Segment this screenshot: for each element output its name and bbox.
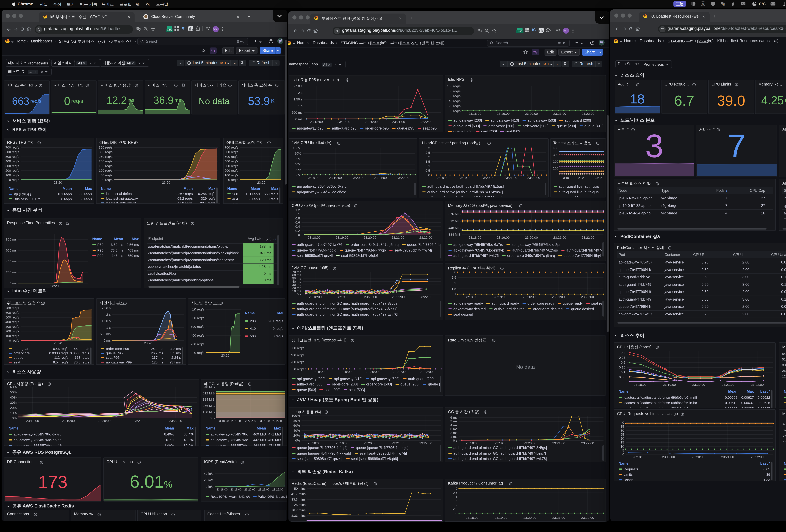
svg-text:23:21:00: 23:21:00: [391, 236, 404, 239]
svg-text:23:21:00: 23:21:00: [721, 455, 734, 459]
svg-text:23:18:00: 23:18:00: [468, 112, 481, 115]
svg-text:3: 3: [454, 270, 456, 274]
svg-text:23:19:00: 23:19:00: [662, 455, 675, 459]
svg-text:400: 400: [553, 146, 558, 150]
svg-text:23:19:00: 23:19:00: [494, 441, 507, 445]
svg-text:23:20:00: 23:20:00: [364, 295, 377, 299]
svg-text:23:22: 23:22: [595, 177, 602, 180]
svg-text:700 req/s: 700 req/s: [225, 145, 238, 149]
svg-text:128 MiB: 128 MiB: [782, 374, 786, 378]
svg-text:G: G: [478, 29, 480, 31]
svg-text:200: 200: [553, 160, 558, 163]
svg-text:0.15: 0.15: [619, 366, 625, 369]
svg-text:0.2: 0.2: [295, 229, 300, 232]
svg-text:60 req/s: 60 req/s: [449, 94, 461, 98]
svg-text:25 mins: 25 mins: [294, 503, 305, 506]
svg-text:200 ms: 200 ms: [6, 270, 17, 274]
svg-text:23:22:00: 23:22:00: [581, 441, 594, 445]
svg-text:3: 3: [428, 146, 430, 150]
svg-text:640 MiB: 640 MiB: [203, 385, 215, 389]
svg-text:50 req/s: 50 req/s: [100, 173, 113, 177]
svg-text:500 ms: 500 ms: [292, 111, 302, 114]
svg-text:20%: 20%: [10, 406, 17, 410]
svg-text:23:21:00: 23:21:00: [504, 176, 517, 180]
svg-text:100: 100: [553, 166, 558, 170]
svg-text:23:22:00: 23:22:00: [751, 383, 764, 387]
svg-text:40 req/s: 40 req/s: [449, 99, 461, 103]
svg-text:N: N: [702, 2, 704, 6]
svg-text:384 MiB: 384 MiB: [448, 233, 461, 236]
svg-text:400 req/s: 400 req/s: [290, 353, 304, 357]
svg-text:50 mins: 50 mins: [294, 487, 305, 490]
svg-text:1 s: 1 s: [106, 326, 111, 329]
svg-text:23:20:00: 23:20:00: [524, 441, 536, 445]
svg-text:23:18:00: 23:18:00: [633, 383, 646, 387]
svg-text:-2.5: -2.5: [452, 507, 458, 511]
svg-text:-3: -3: [455, 511, 458, 515]
svg-text:60%: 60%: [293, 424, 300, 427]
svg-text:2 s: 2 s: [106, 313, 111, 316]
svg-text:16 GiB: 16 GiB: [783, 440, 786, 444]
svg-text:200 req/s: 200 req/s: [5, 168, 19, 172]
svg-text:0 req/s: 0 req/s: [228, 178, 238, 181]
svg-text:400 req/s: 400 req/s: [5, 320, 19, 324]
svg-text:23:20:00: 23:20:00: [245, 488, 255, 491]
svg-text:1K req/s: 1K req/s: [192, 307, 204, 311]
svg-text:4 ms: 4 ms: [450, 423, 458, 427]
svg-text:23:20:00: 23:20:00: [692, 455, 704, 459]
svg-text:150 req/s: 150 req/s: [99, 164, 113, 168]
svg-text:30%: 30%: [10, 401, 17, 404]
svg-text:23:19:00: 23:19:00: [230, 488, 241, 491]
svg-text:23:20:00: 23:20:00: [245, 419, 256, 422]
svg-text:1.2: 1.2: [295, 208, 300, 212]
svg-text:32 GiB: 32 GiB: [783, 428, 786, 432]
svg-text:2.5: 2.5: [452, 276, 456, 279]
svg-text:0: 0: [622, 453, 624, 456]
svg-text:23:20:00: 23:20:00: [525, 112, 538, 115]
svg-text:500 req/s: 500 req/s: [5, 155, 19, 158]
svg-text:0.3: 0.3: [621, 351, 625, 354]
svg-text:700 req/s: 700 req/s: [5, 306, 19, 310]
svg-text:1 ms: 1 ms: [450, 435, 458, 438]
svg-text:80 req/s: 80 req/s: [449, 89, 461, 93]
svg-text:23:21:00: 23:21:00: [258, 488, 269, 491]
svg-text:0.4: 0.4: [295, 225, 300, 228]
svg-text:300 req/s: 300 req/s: [5, 325, 19, 328]
svg-text:40%: 40%: [293, 429, 300, 432]
svg-text:200 req/s: 200 req/s: [5, 329, 19, 333]
svg-text:8.33 mins: 8.33 mins: [291, 514, 305, 517]
svg-text:600 req/s: 600 req/s: [225, 150, 238, 154]
svg-text:23:19:00: 23:19:00: [336, 441, 348, 445]
svg-text:23:19:00: 23:19:00: [62, 419, 75, 422]
svg-text:0 ms: 0 ms: [103, 339, 111, 342]
svg-text:100%: 100%: [291, 414, 300, 417]
svg-text:2.5: 2.5: [425, 151, 430, 154]
svg-text:0 req/s: 0 req/s: [194, 351, 204, 354]
svg-text:23:18:00: 23:18:00: [306, 176, 319, 180]
svg-text:256 MiB: 256 MiB: [782, 369, 786, 372]
svg-text:23:22:00: 23:22:00: [581, 516, 594, 519]
svg-text:100 req/s: 100 req/s: [225, 173, 238, 177]
svg-text:23:18:00: 23:18:00: [466, 516, 479, 519]
svg-text:5: 5: [622, 449, 624, 452]
svg-text:23:21:00: 23:21:00: [259, 419, 270, 422]
svg-text:0: 0: [428, 173, 430, 177]
svg-text:23:19:00: 23:19:00: [339, 370, 351, 373]
svg-text:0 io/s: 0 io/s: [206, 485, 213, 488]
svg-text:200 req/s: 200 req/s: [290, 360, 304, 364]
svg-text:500 req/s: 500 req/s: [5, 316, 19, 319]
svg-text:200 req/s: 200 req/s: [99, 159, 113, 163]
svg-text:20: 20: [621, 437, 624, 440]
svg-text:23:20:00: 23:20:00: [363, 236, 376, 239]
svg-text:50%: 50%: [10, 390, 17, 394]
svg-text:500 req/s: 500 req/s: [225, 155, 238, 158]
svg-text:448 MiB: 448 MiB: [448, 226, 461, 230]
svg-text:200 req/s: 200 req/s: [190, 342, 204, 346]
svg-text:23:22:00: 23:22:00: [272, 488, 283, 491]
svg-text:200 req/s: 200 req/s: [225, 168, 238, 172]
svg-text:23:21:00: 23:21:00: [392, 120, 405, 123]
svg-text:23:18:00: 23:18:00: [464, 295, 478, 299]
svg-text:23:18:00: 23:18:00: [310, 120, 323, 123]
svg-text:23:20: 23:20: [257, 181, 265, 183]
svg-text:576 MiB: 576 MiB: [448, 212, 461, 216]
